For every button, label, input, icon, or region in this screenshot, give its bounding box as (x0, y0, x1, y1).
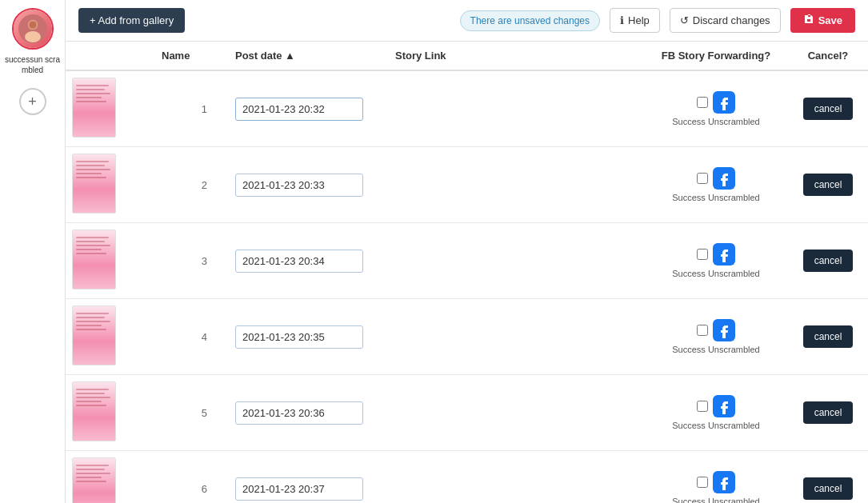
row-number: 2 (183, 147, 226, 223)
sidebar-username: successun scrambled (0, 54, 65, 75)
cancel-post-button[interactable]: cancel (803, 250, 854, 272)
post-date-input[interactable] (235, 477, 363, 501)
fb-forwarding-cell: Success Unscrambled (644, 223, 788, 299)
fb-forwarding-checkbox[interactable] (697, 477, 708, 488)
cancel-cell: cancel (788, 451, 868, 504)
fb-forwarding-checkbox[interactable] (697, 325, 708, 336)
add-profile-button[interactable]: + (19, 88, 46, 115)
help-button[interactable]: ℹ Help (610, 8, 660, 33)
cancel-post-button[interactable]: cancel (803, 174, 854, 196)
help-label: Help (628, 14, 650, 26)
cancel-post-button[interactable]: cancel (803, 401, 854, 424)
post-thumbnail (72, 381, 116, 441)
story-link-cell (386, 375, 644, 451)
svg-point-2 (25, 31, 41, 42)
row-number: 4 (183, 299, 226, 375)
cancel-post-button[interactable]: cancel (803, 477, 854, 500)
cancel-cell: cancel (788, 147, 868, 223)
table-row: 4 Success Unscrambled cancel (66, 299, 868, 375)
post-date-cell (226, 451, 386, 504)
fb-page-name: Success Unscrambled (672, 497, 759, 503)
save-icon (803, 14, 814, 27)
undo-icon: ↺ (680, 14, 689, 26)
facebook-icon (713, 471, 735, 493)
add-from-gallery-button[interactable]: + Add from gallery (78, 8, 185, 33)
facebook-icon (713, 167, 735, 190)
fb-cell-content: Success Unscrambled (654, 91, 778, 126)
story-link-cell (386, 147, 644, 223)
save-button[interactable]: Save (790, 8, 855, 33)
cancel-post-button[interactable]: cancel (803, 325, 854, 348)
table-row: 2 Success Unscrambled cancel (66, 147, 868, 223)
col-fb-forwarding: FB Story Forwarding? (644, 42, 788, 70)
col-story-link: Story Link (386, 42, 644, 70)
row-number: 1 (183, 70, 226, 147)
post-date-input[interactable] (235, 250, 363, 273)
facebook-icon (713, 319, 735, 341)
table-row: 1 Success Unscrambled cancel (66, 70, 868, 147)
post-date-input[interactable] (235, 98, 363, 121)
table-row: 3 Success Unscrambled cancel (66, 223, 868, 299)
post-thumbnail (72, 230, 116, 289)
fb-forwarding-checkbox[interactable] (697, 401, 708, 412)
story-link-cell (386, 70, 644, 147)
post-date-input[interactable] (235, 174, 363, 197)
row-number: 3 (183, 223, 226, 299)
facebook-icon (713, 243, 735, 265)
fb-forwarding-cell: Success Unscrambled (644, 451, 788, 504)
col-name: Name (66, 42, 226, 70)
row-number: 5 (183, 375, 226, 451)
fb-cell-content: Success Unscrambled (654, 395, 778, 430)
story-link-cell (386, 299, 644, 375)
cancel-cell: cancel (788, 375, 868, 451)
post-thumbnail (72, 78, 116, 138)
discard-changes-button[interactable]: ↺ Discard changes (670, 8, 781, 33)
save-label: Save (818, 14, 842, 26)
table-row: 5 Success Unscrambled cancel (66, 375, 868, 451)
avatar[interactable] (12, 8, 54, 50)
col-cancel: Cancel? (788, 42, 868, 70)
fb-page-name: Success Unscrambled (672, 269, 759, 278)
thumbnail-cell (66, 375, 183, 451)
cancel-cell: cancel (788, 223, 868, 299)
unsaved-changes-badge: There are unsaved changes (460, 10, 600, 31)
post-date-cell (226, 223, 386, 299)
story-link-cell (386, 451, 644, 504)
fb-page-name: Success Unscrambled (672, 193, 759, 202)
fb-cell-content: Success Unscrambled (654, 167, 778, 202)
plus-icon: + (28, 94, 37, 110)
post-date-cell (226, 299, 386, 375)
posts-table: Name Post date ▲ Story Link FB Story For… (66, 42, 868, 503)
fb-page-name: Success Unscrambled (672, 345, 759, 354)
fb-cell-content: Success Unscrambled (654, 471, 778, 503)
fb-page-name: Success Unscrambled (672, 117, 759, 126)
table-row: 6 Success Unscrambled cancel (66, 451, 868, 504)
cancel-cell: cancel (788, 299, 868, 375)
thumbnail-cell (66, 299, 183, 375)
fb-forwarding-cell: Success Unscrambled (644, 147, 788, 223)
fb-forwarding-checkbox[interactable] (697, 249, 708, 260)
fb-cell-content: Success Unscrambled (654, 243, 778, 278)
post-thumbnail (72, 305, 116, 365)
post-date-cell (226, 70, 386, 147)
post-date-input[interactable] (235, 325, 363, 349)
posts-table-container: Name Post date ▲ Story Link FB Story For… (66, 42, 868, 503)
fb-page-name: Success Unscrambled (672, 421, 759, 430)
cancel-post-button[interactable]: cancel (803, 98, 854, 120)
thumbnail-cell (66, 147, 183, 223)
row-number: 6 (183, 451, 226, 504)
sidebar: successun scrambled + (0, 0, 66, 503)
fb-forwarding-checkbox[interactable] (697, 173, 708, 184)
table-header-row: Name Post date ▲ Story Link FB Story For… (66, 42, 868, 70)
fb-forwarding-cell: Success Unscrambled (644, 70, 788, 147)
facebook-icon (713, 395, 735, 417)
thumbnail-cell (66, 70, 183, 147)
col-post-date[interactable]: Post date ▲ (226, 42, 386, 70)
post-date-input[interactable] (235, 401, 363, 425)
fb-forwarding-cell: Success Unscrambled (644, 299, 788, 375)
cancel-cell: cancel (788, 70, 868, 147)
fb-forwarding-checkbox[interactable] (697, 97, 708, 108)
fb-forwarding-cell: Success Unscrambled (644, 375, 788, 451)
discard-label: Discard changes (693, 14, 770, 26)
post-date-cell (226, 375, 386, 451)
